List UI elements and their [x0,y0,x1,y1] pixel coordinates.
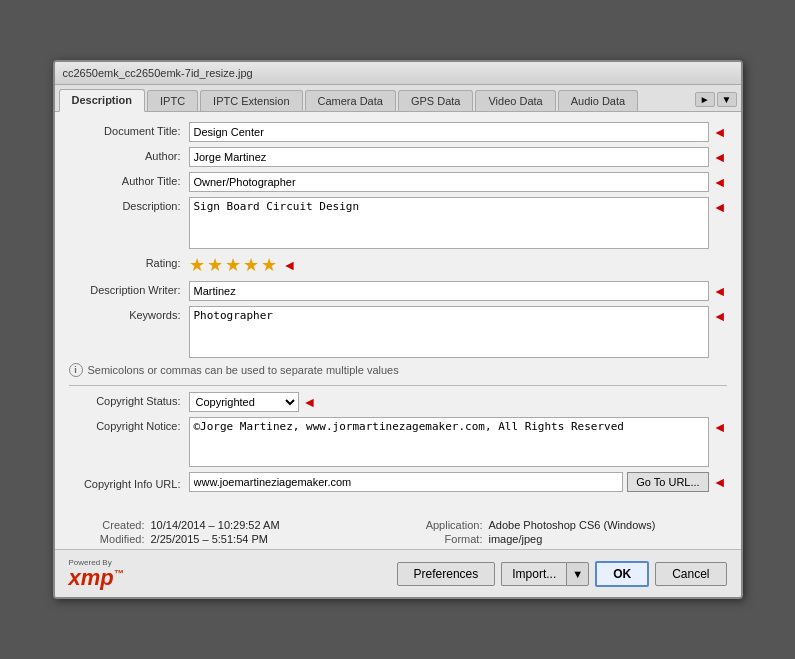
copyright-notice-wrapper: ©Jorge Martinez, www.jormartinezagemaker… [189,417,727,467]
copyright-url-row: Copyright Info URL: Go To URL... ◄ [69,472,727,492]
description-writer-input[interactable] [189,281,709,301]
star-1[interactable]: ★ [189,254,205,276]
tab-dropdown[interactable]: ▼ [717,92,737,107]
xmp-logo: Powered By xmp™ [69,558,124,589]
format-label: Format: [403,533,483,545]
star-4[interactable]: ★ [243,254,259,276]
keywords-row: Keywords: Photographer ◄ [69,306,727,358]
author-title-label: Author Title: [69,172,189,187]
description-writer-row: Description Writer: ◄ [69,281,727,301]
author-arrow: ◄ [713,149,727,165]
author-wrapper: ◄ [189,147,727,167]
footer: Powered By xmp™ Preferences Import... ▼ … [55,549,741,597]
rating-wrapper: ★ ★ ★ ★ ★ ◄ [189,254,727,276]
ok-button[interactable]: OK [595,561,649,587]
description-row: Description: Sign Board Circuit Design ◄ [69,197,727,249]
title-bar: cc2650emk_cc2650emk-7id_resize.jpg [55,62,741,85]
author-row: Author: ◄ [69,147,727,167]
tabs-row: Description IPTC IPTC Extension Camera D… [55,85,741,112]
description-writer-wrapper: ◄ [189,281,727,301]
goto-url-button[interactable]: Go To URL... [627,472,708,492]
star-2[interactable]: ★ [207,254,223,276]
copyright-notice-arrow: ◄ [713,419,727,435]
description-label: Description: [69,197,189,212]
tab-scroll-arrows: ► ▼ [695,92,737,111]
tab-iptc-extension[interactable]: IPTC Extension [200,90,302,111]
author-title-input[interactable] [189,172,709,192]
description-arrow: ◄ [713,199,727,215]
cancel-button[interactable]: Cancel [655,562,726,586]
author-label: Author: [69,147,189,162]
document-title-arrow: ◄ [713,124,727,140]
form-content: Document Title: ◄ Author: ◄ Author Title… [55,112,741,507]
document-title-input[interactable] [189,122,709,142]
application-value: Adobe Photoshop CS6 (Windows) [489,519,656,531]
copyright-status-select[interactable]: Copyrighted Public Domain Unknown [189,392,299,412]
document-title-wrapper: ◄ [189,122,727,142]
keywords-textarea[interactable]: Photographer [189,306,709,358]
copyright-notice-row: Copyright Notice: ©Jorge Martinez, www.j… [69,417,727,467]
tab-description[interactable]: Description [59,89,146,112]
star-5[interactable]: ★ [261,254,277,276]
import-dropdown-arrow[interactable]: ▼ [566,562,589,586]
format-row: Format: image/jpeg [403,533,731,545]
star-rating[interactable]: ★ ★ ★ ★ ★ [189,254,279,276]
modified-row: Modified: 2/25/2015 – 5:51:54 PM [65,533,393,545]
keywords-arrow: ◄ [713,308,727,324]
keywords-wrapper: Photographer ◄ [189,306,727,358]
import-button[interactable]: Import... [501,562,566,586]
author-input[interactable] [189,147,709,167]
created-label: Created: [65,519,145,531]
author-title-row: Author Title: ◄ [69,172,727,192]
rating-row: Rating: ★ ★ ★ ★ ★ ◄ [69,254,727,276]
description-writer-arrow: ◄ [713,283,727,299]
info-icon: i [69,363,83,377]
document-title-label: Document Title: [69,122,189,137]
copyright-status-row: Copyright Status: Copyrighted Public Dom… [69,392,727,412]
copyright-url-input[interactable] [189,472,624,492]
author-title-wrapper: ◄ [189,172,727,192]
rating-label: Rating: [69,254,189,269]
tab-scroll-right[interactable]: ► [695,92,715,107]
description-textarea[interactable]: Sign Board Circuit Design [189,197,709,249]
main-window: cc2650emk_cc2650emk-7id_resize.jpg Descr… [53,60,743,599]
star-3[interactable]: ★ [225,254,241,276]
xmp-text: xmp™ [69,567,124,589]
copyright-status-label: Copyright Status: [69,392,189,407]
tab-gps-data[interactable]: GPS Data [398,90,474,111]
tab-video-data[interactable]: Video Data [475,90,555,111]
tab-audio-data[interactable]: Audio Data [558,90,638,111]
divider-1 [69,385,727,386]
created-row: Created: 10/14/2014 – 10:29:52 AM [65,519,393,531]
copyright-url-label: Copyright Info URL: [69,475,189,490]
window-title: cc2650emk_cc2650emk-7id_resize.jpg [63,67,253,79]
modified-value: 2/25/2015 – 5:51:54 PM [151,533,268,545]
footer-buttons: Preferences Import... ▼ OK Cancel [397,561,727,587]
copyright-url-wrapper: Go To URL... ◄ [189,472,727,492]
created-value: 10/14/2014 – 10:29:52 AM [151,519,280,531]
document-title-row: Document Title: ◄ [69,122,727,142]
import-group: Import... ▼ [501,562,589,586]
description-wrapper: Sign Board Circuit Design ◄ [189,197,727,249]
tab-iptc[interactable]: IPTC [147,90,198,111]
copyright-status-arrow: ◄ [303,394,317,410]
application-row: Application: Adobe Photoshop CS6 (Window… [403,519,731,531]
application-label: Application: [403,519,483,531]
description-writer-label: Description Writer: [69,281,189,296]
copyright-notice-textarea[interactable]: ©Jorge Martinez, www.jormartinezagemaker… [189,417,709,467]
format-value: image/jpeg [489,533,543,545]
keywords-label: Keywords: [69,306,189,321]
preferences-button[interactable]: Preferences [397,562,496,586]
modified-label: Modified: [65,533,145,545]
semicolon-hint-text: Semicolons or commas can be used to sepa… [88,364,399,376]
copyright-status-wrapper: Copyrighted Public Domain Unknown ◄ [189,392,727,412]
metadata-section: Created: 10/14/2014 – 10:29:52 AM Applic… [55,515,741,549]
semicolon-hint: i Semicolons or commas can be used to se… [69,363,727,377]
copyright-url-arrow: ◄ [713,474,727,490]
rating-arrow: ◄ [283,257,297,273]
author-title-arrow: ◄ [713,174,727,190]
copyright-notice-label: Copyright Notice: [69,417,189,432]
tab-camera-data[interactable]: Camera Data [305,90,396,111]
